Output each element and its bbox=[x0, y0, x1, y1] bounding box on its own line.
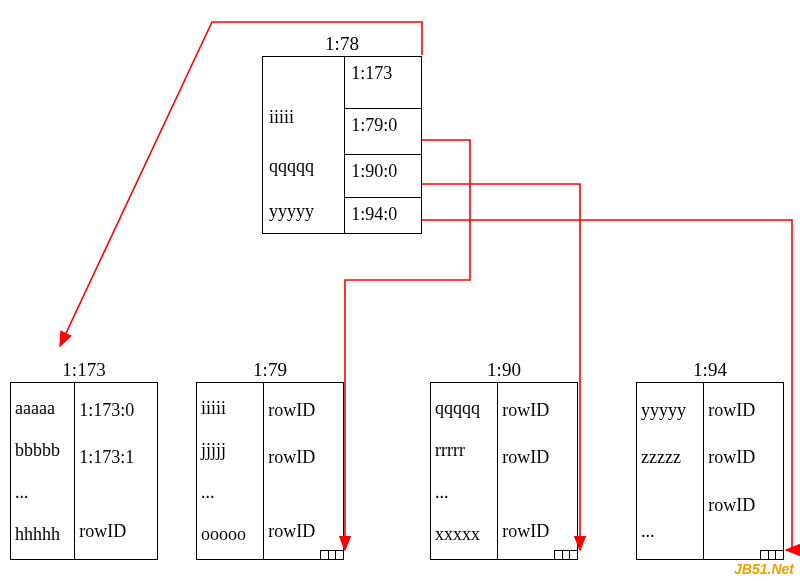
page-link-marker bbox=[320, 550, 344, 560]
leaf-key: ... bbox=[201, 482, 259, 503]
leaf-val: rowID bbox=[708, 447, 779, 468]
leaf-key: hhhhh bbox=[15, 524, 70, 545]
root-row-key: yyyyy bbox=[263, 195, 344, 233]
leaf-key: aaaaa bbox=[15, 398, 70, 419]
leaf-val: rowID bbox=[708, 400, 779, 421]
leaf-val: rowID bbox=[268, 447, 339, 468]
leaf-node: 1:94 yyyyy zzzzz ... rowID rowID rowID bbox=[636, 382, 784, 560]
leaf-val: rowID bbox=[708, 495, 779, 516]
root-row-ptr: 1:79:0 bbox=[345, 108, 421, 154]
leaf-key: ooooo bbox=[201, 524, 259, 545]
root-node: 1:78 iiiii qqqqq yyyyy 1:173 1:79:0 1:90… bbox=[262, 56, 422, 234]
leaf-node-title: 1:94 bbox=[637, 359, 783, 381]
leaf-key: bbbbb bbox=[15, 440, 70, 461]
leaf-val: rowID bbox=[79, 521, 153, 542]
leaf-node: 1:90 qqqqq rrrrr ... xxxxx rowID rowID r… bbox=[430, 382, 578, 560]
leaf-key: ... bbox=[435, 482, 493, 503]
leaf-key: iiiii bbox=[201, 398, 259, 419]
leaf-node-title: 1:173 bbox=[11, 359, 157, 381]
root-row-ptr: 1:173 bbox=[345, 57, 421, 108]
leaf-key: ... bbox=[15, 482, 70, 503]
leaf-key: rrrrr bbox=[435, 440, 493, 461]
root-row-key: iiiii bbox=[263, 101, 344, 150]
leaf-key: ... bbox=[641, 521, 699, 542]
root-row-ptr: 1:94:0 bbox=[345, 197, 421, 233]
leaf-key: yyyyy bbox=[641, 400, 699, 421]
page-link-marker bbox=[760, 550, 784, 560]
leaf-key: xxxxx bbox=[435, 524, 493, 545]
leaf-key: qqqqq bbox=[435, 398, 493, 419]
leaf-val: rowID bbox=[502, 521, 573, 542]
leaf-key: zzzzz bbox=[641, 447, 699, 468]
root-node-title: 1:78 bbox=[263, 33, 421, 55]
leaf-node: 1:173 aaaaa bbbbb ... hhhhh 1:173:0 1:17… bbox=[10, 382, 158, 560]
watermark: JB51.Net bbox=[734, 561, 794, 577]
leaf-key: jjjjj bbox=[201, 440, 259, 461]
leaf-val: 1:173:1 bbox=[79, 447, 153, 468]
leaf-val: rowID bbox=[268, 400, 339, 421]
root-row-ptr: 1:90:0 bbox=[345, 154, 421, 197]
root-row-key: qqqqq bbox=[263, 150, 344, 195]
page-link-marker bbox=[554, 550, 578, 560]
leaf-node: 1:79 iiiii jjjjj ... ooooo rowID rowID r… bbox=[196, 382, 344, 560]
leaf-node-title: 1:90 bbox=[431, 359, 577, 381]
leaf-val: rowID bbox=[502, 400, 573, 421]
leaf-val: rowID bbox=[268, 521, 339, 542]
leaf-node-title: 1:79 bbox=[197, 359, 343, 381]
leaf-val: 1:173:0 bbox=[79, 400, 153, 421]
leaf-val: rowID bbox=[502, 447, 573, 468]
